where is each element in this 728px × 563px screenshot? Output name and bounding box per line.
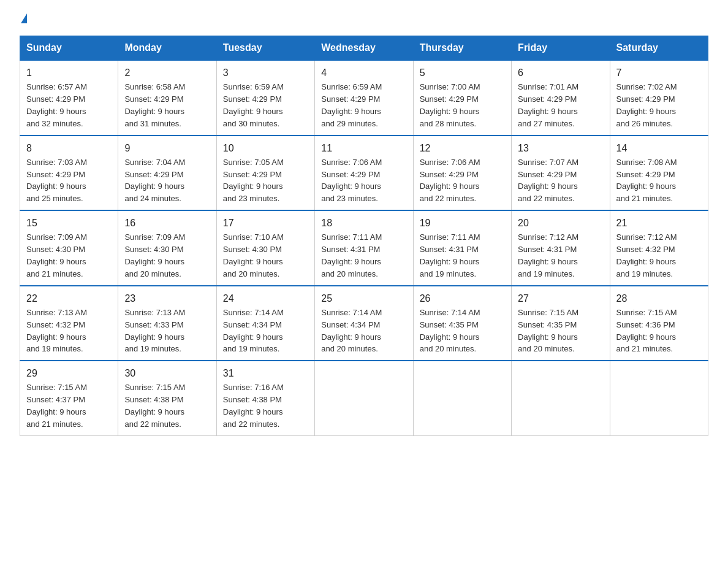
- calendar-week-row: 1Sunrise: 6:57 AMSunset: 4:29 PMDaylight…: [20, 60, 708, 136]
- day-number: 12: [420, 141, 505, 155]
- day-info: Sunrise: 7:14 AMSunset: 4:34 PMDaylight:…: [223, 308, 284, 354]
- calendar-table: SundayMondayTuesdayWednesdayThursdayFrid…: [20, 36, 708, 436]
- day-info: Sunrise: 6:58 AMSunset: 4:29 PMDaylight:…: [124, 82, 185, 128]
- calendar-cell: 24Sunrise: 7:14 AMSunset: 4:34 PMDayligh…: [216, 286, 314, 361]
- calendar-cell: 4Sunrise: 6:59 AMSunset: 4:29 PMDaylight…: [315, 60, 413, 136]
- day-info: Sunrise: 7:01 AMSunset: 4:29 PMDaylight:…: [518, 82, 578, 128]
- day-number: 14: [616, 141, 702, 155]
- day-number: 2: [124, 66, 210, 80]
- calendar-cell: 31Sunrise: 7:16 AMSunset: 4:38 PMDayligh…: [216, 361, 314, 435]
- day-number: 20: [518, 216, 603, 230]
- calendar-week-row: 29Sunrise: 7:15 AMSunset: 4:37 PMDayligh…: [20, 361, 708, 435]
- calendar-cell: 25Sunrise: 7:14 AMSunset: 4:34 PMDayligh…: [315, 286, 413, 361]
- calendar-cell: 27Sunrise: 7:15 AMSunset: 4:35 PMDayligh…: [512, 286, 610, 361]
- day-number: 18: [321, 216, 406, 230]
- calendar-week-row: 15Sunrise: 7:09 AMSunset: 4:30 PMDayligh…: [20, 210, 708, 286]
- calendar-cell: 1Sunrise: 6:57 AMSunset: 4:29 PMDaylight…: [20, 60, 118, 136]
- calendar-cell: 2Sunrise: 6:58 AMSunset: 4:29 PMDaylight…: [118, 60, 216, 136]
- calendar-header-saturday: Saturday: [610, 36, 708, 61]
- day-number: 19: [420, 216, 505, 230]
- day-info: Sunrise: 7:13 AMSunset: 4:32 PMDaylight:…: [26, 308, 87, 354]
- day-info: Sunrise: 7:09 AMSunset: 4:30 PMDaylight:…: [26, 232, 87, 278]
- calendar-cell: 14Sunrise: 7:08 AMSunset: 4:29 PMDayligh…: [610, 136, 708, 211]
- calendar-cell: 21Sunrise: 7:12 AMSunset: 4:32 PMDayligh…: [610, 210, 708, 286]
- day-number: 13: [518, 141, 603, 155]
- calendar-cell: 9Sunrise: 7:04 AMSunset: 4:29 PMDaylight…: [118, 136, 216, 211]
- day-info: Sunrise: 7:12 AMSunset: 4:31 PMDaylight:…: [518, 232, 578, 278]
- calendar-cell: 11Sunrise: 7:06 AMSunset: 4:29 PMDayligh…: [315, 136, 413, 211]
- day-number: 3: [223, 66, 308, 80]
- calendar-header-row: SundayMondayTuesdayWednesdayThursdayFrid…: [20, 36, 708, 61]
- calendar-cell: 28Sunrise: 7:15 AMSunset: 4:36 PMDayligh…: [610, 286, 708, 361]
- day-info: Sunrise: 7:15 AMSunset: 4:35 PMDaylight:…: [518, 308, 578, 354]
- calendar-header-tuesday: Tuesday: [216, 36, 314, 61]
- day-info: Sunrise: 7:15 AMSunset: 4:36 PMDaylight:…: [616, 308, 677, 354]
- day-number: 25: [321, 291, 406, 305]
- calendar-cell: 30Sunrise: 7:15 AMSunset: 4:38 PMDayligh…: [118, 361, 216, 435]
- day-info: Sunrise: 7:05 AMSunset: 4:29 PMDaylight:…: [223, 158, 284, 204]
- calendar-header-wednesday: Wednesday: [315, 36, 413, 61]
- calendar-body: 1Sunrise: 6:57 AMSunset: 4:29 PMDaylight…: [20, 60, 708, 435]
- day-number: 31: [223, 366, 308, 380]
- day-info: Sunrise: 7:15 AMSunset: 4:38 PMDaylight:…: [124, 383, 185, 429]
- calendar-cell: [315, 361, 413, 435]
- calendar-week-row: 8Sunrise: 7:03 AMSunset: 4:29 PMDaylight…: [20, 136, 708, 211]
- day-info: Sunrise: 7:04 AMSunset: 4:29 PMDaylight:…: [124, 158, 185, 204]
- calendar-cell: 22Sunrise: 7:13 AMSunset: 4:32 PMDayligh…: [20, 286, 118, 361]
- day-info: Sunrise: 7:10 AMSunset: 4:30 PMDaylight:…: [223, 232, 284, 278]
- calendar-cell: 29Sunrise: 7:15 AMSunset: 4:37 PMDayligh…: [20, 361, 118, 435]
- calendar-cell: 15Sunrise: 7:09 AMSunset: 4:30 PMDayligh…: [20, 210, 118, 286]
- calendar-header-friday: Friday: [512, 36, 610, 61]
- calendar-cell: 7Sunrise: 7:02 AMSunset: 4:29 PMDaylight…: [610, 60, 708, 136]
- day-info: Sunrise: 7:09 AMSunset: 4:30 PMDaylight:…: [124, 232, 185, 278]
- day-info: Sunrise: 6:59 AMSunset: 4:29 PMDaylight:…: [223, 82, 284, 128]
- calendar-header-sunday: Sunday: [20, 36, 118, 61]
- calendar-week-row: 22Sunrise: 7:13 AMSunset: 4:32 PMDayligh…: [20, 286, 708, 361]
- logo-triangle-icon: [21, 13, 27, 23]
- day-number: 5: [420, 66, 505, 80]
- day-number: 23: [124, 291, 210, 305]
- day-info: Sunrise: 7:06 AMSunset: 4:29 PMDaylight:…: [321, 158, 382, 204]
- calendar-cell: 13Sunrise: 7:07 AMSunset: 4:29 PMDayligh…: [512, 136, 610, 211]
- day-number: 6: [518, 66, 603, 80]
- day-number: 16: [124, 216, 210, 230]
- calendar-cell: 19Sunrise: 7:11 AMSunset: 4:31 PMDayligh…: [413, 210, 511, 286]
- logo: [20, 15, 27, 25]
- day-number: 30: [124, 366, 210, 380]
- calendar-cell: 10Sunrise: 7:05 AMSunset: 4:29 PMDayligh…: [216, 136, 314, 211]
- calendar-cell: [413, 361, 511, 435]
- calendar-cell: 26Sunrise: 7:14 AMSunset: 4:35 PMDayligh…: [413, 286, 511, 361]
- day-number: 8: [26, 141, 112, 155]
- day-info: Sunrise: 7:00 AMSunset: 4:29 PMDaylight:…: [420, 82, 480, 128]
- day-number: 4: [321, 66, 406, 80]
- calendar-header-thursday: Thursday: [413, 36, 511, 61]
- calendar-header-monday: Monday: [118, 36, 216, 61]
- day-number: 27: [518, 291, 603, 305]
- day-number: 26: [420, 291, 505, 305]
- day-info: Sunrise: 7:11 AMSunset: 4:31 PMDaylight:…: [420, 232, 480, 278]
- calendar-cell: [512, 361, 610, 435]
- day-number: 17: [223, 216, 308, 230]
- day-number: 1: [26, 66, 112, 80]
- day-number: 21: [616, 216, 702, 230]
- day-info: Sunrise: 7:06 AMSunset: 4:29 PMDaylight:…: [420, 158, 480, 204]
- calendar-cell: 16Sunrise: 7:09 AMSunset: 4:30 PMDayligh…: [118, 210, 216, 286]
- calendar-cell: 20Sunrise: 7:12 AMSunset: 4:31 PMDayligh…: [512, 210, 610, 286]
- calendar-cell: 23Sunrise: 7:13 AMSunset: 4:33 PMDayligh…: [118, 286, 216, 361]
- day-info: Sunrise: 7:02 AMSunset: 4:29 PMDaylight:…: [616, 82, 677, 128]
- calendar-cell: 6Sunrise: 7:01 AMSunset: 4:29 PMDaylight…: [512, 60, 610, 136]
- day-info: Sunrise: 7:13 AMSunset: 4:33 PMDaylight:…: [124, 308, 185, 354]
- day-number: 24: [223, 291, 308, 305]
- day-info: Sunrise: 6:59 AMSunset: 4:29 PMDaylight:…: [321, 82, 382, 128]
- day-number: 28: [616, 291, 702, 305]
- day-info: Sunrise: 7:16 AMSunset: 4:38 PMDaylight:…: [223, 383, 284, 429]
- day-info: Sunrise: 7:07 AMSunset: 4:29 PMDaylight:…: [518, 158, 578, 204]
- day-info: Sunrise: 7:12 AMSunset: 4:32 PMDaylight:…: [616, 232, 677, 278]
- calendar-cell: 12Sunrise: 7:06 AMSunset: 4:29 PMDayligh…: [413, 136, 511, 211]
- day-number: 7: [616, 66, 702, 80]
- calendar-cell: 18Sunrise: 7:11 AMSunset: 4:31 PMDayligh…: [315, 210, 413, 286]
- calendar-cell: 3Sunrise: 6:59 AMSunset: 4:29 PMDaylight…: [216, 60, 314, 136]
- day-info: Sunrise: 7:14 AMSunset: 4:34 PMDaylight:…: [321, 308, 382, 354]
- day-number: 11: [321, 141, 406, 155]
- day-info: Sunrise: 7:03 AMSunset: 4:29 PMDaylight:…: [26, 158, 87, 204]
